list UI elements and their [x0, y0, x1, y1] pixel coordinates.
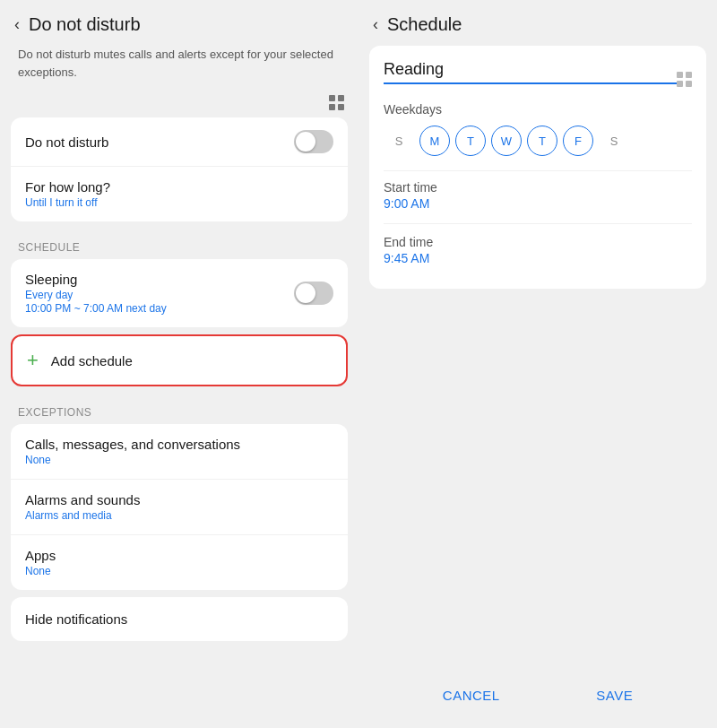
start-time-label: Start time	[384, 180, 692, 195]
sleeping-label: Sleeping	[25, 272, 167, 287]
add-schedule-row[interactable]: + Add schedule	[11, 334, 348, 386]
end-time-row[interactable]: End time 9:45 AM	[384, 223, 692, 274]
exceptions-card: Calls, messages, and conversations None …	[11, 424, 348, 590]
for-how-long-value: Until I turn it off	[25, 196, 110, 209]
for-how-long-row[interactable]: For how long? Until I turn it off	[11, 167, 348, 221]
hide-notifications-card[interactable]: Hide notifications	[11, 597, 348, 641]
add-icon: +	[27, 351, 39, 370]
day-circle-1[interactable]: M	[419, 126, 450, 156]
schedule-section-label: Schedule	[0, 229, 358, 259]
day-circle-3[interactable]: W	[491, 126, 522, 156]
start-time-value: 9:00 AM	[384, 196, 692, 211]
grid-icon-left[interactable]	[329, 95, 344, 110]
right-footer: Cancel Save	[358, 663, 717, 728]
calls-row[interactable]: Calls, messages, and conversations None	[11, 424, 348, 480]
start-time-row[interactable]: Start time 9:00 AM	[384, 170, 692, 220]
alarms-row[interactable]: Alarms and sounds Alarms and media	[11, 480, 348, 535]
right-header: ‹ Schedule	[358, 0, 717, 46]
back-arrow-left[interactable]: ‹	[14, 15, 20, 34]
add-schedule-label: Add schedule	[51, 353, 133, 368]
day-circle-5[interactable]: F	[563, 126, 593, 156]
right-panel-title: Schedule	[387, 14, 462, 35]
sleeping-card: Sleeping Every day 10:00 PM ~ 7:00 AM ne…	[11, 259, 348, 327]
end-time-label: End time	[384, 235, 692, 249]
schedule-header-row	[384, 60, 692, 99]
for-how-long-label: For how long?	[25, 179, 110, 195]
apps-label: Apps	[25, 548, 333, 563]
apps-row[interactable]: Apps None	[11, 535, 348, 590]
apps-value: None	[25, 565, 333, 577]
schedule-name-input[interactable]	[384, 60, 677, 84]
day-circle-2[interactable]: T	[455, 126, 486, 156]
alarms-label: Alarms and sounds	[25, 492, 333, 507]
left-panel-title: Do not disturb	[29, 14, 141, 35]
cancel-button[interactable]: Cancel	[421, 680, 522, 710]
weekdays-label: Weekdays	[384, 102, 692, 117]
sleeping-toggle[interactable]	[294, 282, 333, 305]
schedule-card: Weekdays SMTWTFS Start time 9:00 AM End …	[369, 46, 706, 289]
dnd-toggle[interactable]	[294, 130, 333, 153]
for-how-long-content: For how long? Until I turn it off	[25, 179, 110, 209]
dnd-description: Do not disturb mutes calls and alerts ex…	[0, 46, 358, 95]
grid-icon-top-area	[0, 95, 358, 117]
exceptions-section-label: Exceptions	[0, 394, 358, 424]
day-circle-4[interactable]: T	[527, 126, 557, 156]
end-time-value: 9:45 AM	[384, 251, 692, 265]
right-panel: ‹ Schedule Weekdays SMTWTFS Start time 9…	[358, 0, 717, 728]
sleeping-row[interactable]: Sleeping Every day 10:00 PM ~ 7:00 AM ne…	[11, 259, 348, 327]
calls-value: None	[25, 454, 333, 466]
hide-notifications-label: Hide notifications	[25, 611, 333, 627]
sleeping-toggle-thumb	[296, 283, 315, 303]
back-arrow-right[interactable]: ‹	[373, 15, 378, 34]
sleeping-sub2: 10:00 PM ~ 7:00 AM next day	[25, 302, 167, 315]
day-circle-6[interactable]: S	[599, 126, 629, 156]
days-row: SMTWTFS	[384, 126, 692, 156]
calls-label: Calls, messages, and conversations	[25, 437, 333, 452]
alarms-value: Alarms and media	[25, 509, 333, 522]
sleeping-sub1: Every day	[25, 289, 167, 301]
left-panel: ‹ Do not disturb Do not disturb mutes ca…	[0, 0, 358, 728]
dnd-toggle-row[interactable]: Do not disturb	[11, 117, 348, 167]
dnd-toggle-card: Do not disturb For how long? Until I tur…	[11, 117, 348, 221]
dnd-toggle-thumb	[296, 132, 315, 152]
schedule-grid-icon[interactable]	[677, 72, 692, 87]
left-header: ‹ Do not disturb	[0, 0, 358, 46]
sleeping-content: Sleeping Every day 10:00 PM ~ 7:00 AM ne…	[25, 272, 167, 315]
hide-notifications-row[interactable]: Hide notifications	[11, 597, 348, 641]
save-button[interactable]: Save	[574, 680, 654, 710]
dnd-toggle-label: Do not disturb	[25, 134, 108, 150]
day-circle-0[interactable]: S	[384, 126, 414, 156]
